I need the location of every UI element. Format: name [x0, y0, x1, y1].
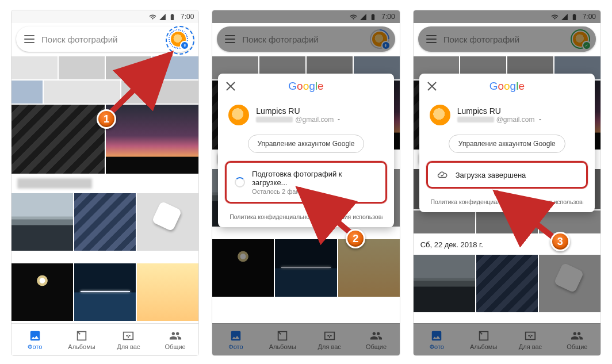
step-badge-1: 1 [97, 109, 116, 129]
wifi-icon [350, 13, 357, 21]
chevron-down-icon [336, 117, 342, 122]
menu-icon[interactable] [426, 35, 437, 43]
nav-shared[interactable]: Общие [152, 324, 198, 355]
step-badge-3: 3 [550, 232, 570, 251]
nav-shared[interactable]: Общие [554, 324, 600, 355]
search-placeholder: Поиск фотографий [242, 35, 362, 44]
terms-link[interactable]: Условия использования [328, 213, 382, 220]
status-time: 7:00 [181, 13, 194, 21]
status-bar: 7:00 [12, 10, 198, 23]
photos-icon [29, 329, 41, 342]
account-email: @gmail.com [457, 116, 543, 124]
battery-icon [169, 13, 176, 21]
nav-shared[interactable]: Общие [353, 324, 399, 355]
modal-footer-links: Политика конфиденциальности • Условия ис… [218, 206, 393, 223]
phone-screenshot-3: 7:00 Поиск фотографий Сб, 22 дек. 2018 г… [414, 10, 600, 355]
google-logo: Google [489, 80, 525, 93]
privacy-link[interactable]: Политика конфиденциальности [230, 213, 319, 220]
signal-icon [359, 13, 367, 21]
nav-for-you[interactable]: Для вас [507, 324, 553, 355]
search-placeholder: Поиск фотографий [443, 35, 564, 44]
status-title: Подготовка фотографий к загрузке... [252, 170, 377, 187]
status-title: Загрузка завершена [456, 171, 526, 179]
date-section-label: Сб, 22 дек. 2018 г. [414, 235, 600, 255]
close-icon[interactable] [225, 81, 236, 92]
account-name: Lumpics RU [256, 106, 342, 116]
search-bar[interactable]: Поиск фотографий [217, 26, 395, 52]
modal-footer-links: Политика конфиденциальности • Условия ис… [419, 191, 595, 208]
status-time: 7:00 [583, 13, 596, 21]
account-row[interactable]: Lumpics RU @gmail.com [218, 99, 393, 131]
status-time: 7:00 [381, 13, 395, 21]
bottom-nav: Фото Альбомы Для вас Общие [12, 323, 198, 355]
albums-icon [75, 329, 88, 342]
for-you-icon [122, 329, 135, 342]
wifi-icon [149, 13, 156, 21]
phone-screenshot-1: 7:00 Поиск фотографий [12, 10, 198, 355]
shared-icon [169, 329, 182, 342]
upload-badge-icon [381, 41, 391, 50]
avatar-highlight-ring [166, 26, 194, 55]
signal-icon [159, 13, 166, 21]
status-bar: 7:00 [414, 10, 600, 23]
status-subtitle: Осталось 2 файла [252, 188, 377, 195]
nav-photos[interactable]: Фото [12, 324, 58, 355]
battery-icon [571, 13, 578, 21]
nav-albums[interactable]: Альбомы [460, 324, 507, 355]
bottom-nav: Фото Альбомы Для вас Общие [212, 323, 399, 355]
nav-for-you[interactable]: Для вас [306, 324, 353, 355]
search-bar[interactable]: Поиск фотографий [418, 26, 596, 52]
search-placeholder: Поиск фотографий [41, 35, 162, 44]
spinner-icon [235, 177, 245, 187]
google-logo: Google [288, 80, 323, 93]
upload-status-card[interactable]: Подготовка фотографий к загрузке... Оста… [225, 161, 387, 204]
chevron-down-icon [537, 117, 543, 122]
phone-screenshot-2: 7:00 Поиск фотографий Фото Альбомы Для в… [212, 10, 399, 355]
account-avatar[interactable] [571, 29, 590, 49]
nav-photos[interactable]: Фото [212, 324, 259, 355]
nav-for-you[interactable]: Для вас [105, 324, 152, 355]
account-email: @gmail.com [256, 116, 342, 124]
account-row[interactable]: Lumpics RU @gmail.com [419, 99, 595, 131]
signal-icon [561, 13, 568, 21]
cloud-done-icon [436, 170, 449, 180]
account-avatar-large [430, 105, 450, 125]
manage-account-button[interactable]: Управление аккаунтом Google [449, 135, 565, 153]
privacy-link[interactable]: Политика конфиденциальности [431, 198, 520, 205]
close-icon[interactable] [426, 81, 438, 92]
nav-albums[interactable]: Альбомы [259, 324, 306, 355]
manage-account-button[interactable]: Управление аккаунтом Google [248, 135, 365, 153]
account-avatar[interactable] [370, 29, 389, 49]
menu-icon[interactable] [225, 35, 235, 43]
terms-link[interactable]: Условия использования [529, 198, 583, 205]
account-modal: Google Lumpics RU @gmail.com Управление … [419, 74, 595, 212]
nav-albums[interactable]: Альбомы [58, 324, 105, 355]
section-header-blurred [17, 178, 92, 189]
battery-icon [369, 13, 377, 21]
bottom-nav: Фото Альбомы Для вас Общие [414, 323, 600, 355]
menu-icon[interactable] [24, 35, 35, 43]
nav-photos[interactable]: Фото [414, 324, 460, 355]
account-modal: Google Lumpics RU @gmail.com Управление … [218, 74, 393, 227]
photo-grid[interactable]: Пт, 21 дек. 2018 г. [12, 56, 198, 332]
wifi-icon [551, 13, 559, 21]
done-badge-icon [582, 41, 591, 50]
account-avatar-large [228, 105, 249, 125]
account-name: Lumpics RU [457, 106, 543, 116]
upload-status-card[interactable]: Загрузка завершена [426, 161, 588, 189]
status-bar: 7:00 [212, 10, 399, 23]
